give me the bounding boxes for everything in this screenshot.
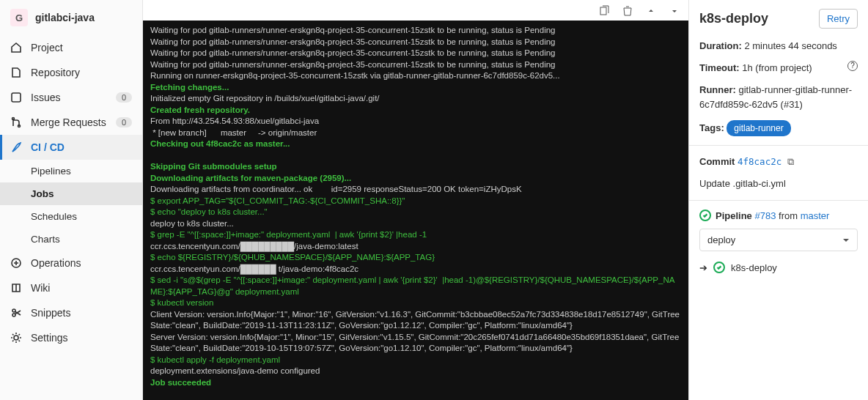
nav-wiki[interactable]: Wiki xyxy=(0,275,142,300)
chevron-down-icon xyxy=(842,237,850,244)
commit-sha[interactable]: 4f8cac2c xyxy=(738,156,781,167)
job-tags: Tags: gitlab-runner xyxy=(699,120,858,137)
status-passed-icon xyxy=(699,210,711,221)
log-toolbar xyxy=(143,0,688,21)
commit-message: Update .gitlab-ci.yml xyxy=(699,177,858,191)
pipeline-link[interactable]: #783 xyxy=(754,210,776,221)
help-icon[interactable]: ? xyxy=(847,61,858,71)
svg-rect-0 xyxy=(12,93,21,102)
nav-project[interactable]: Project xyxy=(0,35,142,60)
sub-schedules[interactable]: Schedules xyxy=(0,205,142,228)
nav-settings-label: Settings xyxy=(31,332,68,344)
file-icon xyxy=(10,67,22,78)
nav-snippets-label: Snippets xyxy=(31,307,70,319)
stage-value: deploy xyxy=(707,234,735,245)
stage-select[interactable]: deploy xyxy=(699,229,858,251)
mrs-count: 0 xyxy=(116,117,132,127)
tag-chip: gitlab-runner xyxy=(727,120,790,137)
svg-rect-7 xyxy=(600,7,606,15)
job-timeout: Timeout: 1h (from project)? xyxy=(699,61,858,75)
svg-point-6 xyxy=(14,336,18,340)
merge-icon xyxy=(10,116,22,128)
scroll-bottom-icon[interactable] xyxy=(668,4,681,18)
erase-log-icon[interactable] xyxy=(621,4,634,18)
branch-link[interactable]: master xyxy=(801,210,830,221)
nav-repository[interactable]: Repository xyxy=(0,60,142,85)
job-runner: Runner: gitlab-runner-gitlab-runner-6c7d… xyxy=(699,83,858,112)
job-log[interactable]: Waiting for pod gitlab-runners/runner-er… xyxy=(143,21,688,400)
rocket-icon xyxy=(10,141,22,153)
project-avatar: G xyxy=(10,9,28,26)
project-name: gitlabci-java xyxy=(35,12,95,23)
nav-project-label: Project xyxy=(31,42,63,53)
job-duration: Duration: 2 minutes 44 seconds xyxy=(699,39,858,53)
nav-repository-label: Repository xyxy=(31,67,80,78)
status-passed-icon xyxy=(713,262,725,273)
nav-cicd[interactable]: CI / CD xyxy=(0,135,142,160)
commit-line: Commit 4f8cac2c ⧉ xyxy=(699,155,858,169)
sub-pipelines[interactable]: Pipelines xyxy=(0,160,142,182)
home-icon xyxy=(10,42,22,53)
nav-mrs-label: Merge Requests xyxy=(31,116,106,128)
copy-sha-icon[interactable]: ⧉ xyxy=(787,156,794,167)
nav-operations[interactable]: Operations xyxy=(0,251,142,275)
nav-wiki-label: Wiki xyxy=(31,282,50,294)
operations-icon xyxy=(10,257,22,269)
job-row-name: k8s-deploy xyxy=(731,262,777,273)
nav-merge-requests[interactable]: Merge Requests 0 xyxy=(0,110,142,135)
issues-count: 0 xyxy=(116,92,132,103)
issues-icon xyxy=(10,92,22,103)
nav-settings[interactable]: Settings xyxy=(0,325,142,350)
retry-button[interactable]: Retry xyxy=(819,9,858,29)
sub-jobs[interactable]: Jobs xyxy=(0,182,142,205)
job-list-item[interactable]: ➔ k8s-deploy xyxy=(699,262,858,273)
sidebar: G gitlabci-java Project Repository Issue… xyxy=(0,0,143,400)
nav-operations-label: Operations xyxy=(31,257,81,269)
arrow-right-icon: ➔ xyxy=(699,262,707,273)
sub-charts[interactable]: Charts xyxy=(0,228,142,251)
scissors-icon xyxy=(10,307,22,319)
copy-log-icon[interactable] xyxy=(597,4,611,18)
job-name: k8s-deploy xyxy=(699,11,768,26)
project-header[interactable]: G gitlabci-java xyxy=(0,0,142,35)
job-log-panel: Waiting for pod gitlab-runners/runner-er… xyxy=(143,0,688,400)
nav-issues-label: Issues xyxy=(31,92,60,103)
scroll-top-icon[interactable] xyxy=(644,4,658,18)
nav-snippets[interactable]: Snippets xyxy=(0,300,142,325)
nav-cicd-label: CI / CD xyxy=(31,141,65,153)
nav-issues[interactable]: Issues 0 xyxy=(0,85,142,110)
book-icon xyxy=(10,282,22,294)
pipeline-line: Pipeline #783 from master xyxy=(699,210,858,221)
job-details-panel: k8s-deploy Retry Duration: 2 minutes 44 … xyxy=(688,0,868,400)
gear-icon xyxy=(10,332,22,344)
